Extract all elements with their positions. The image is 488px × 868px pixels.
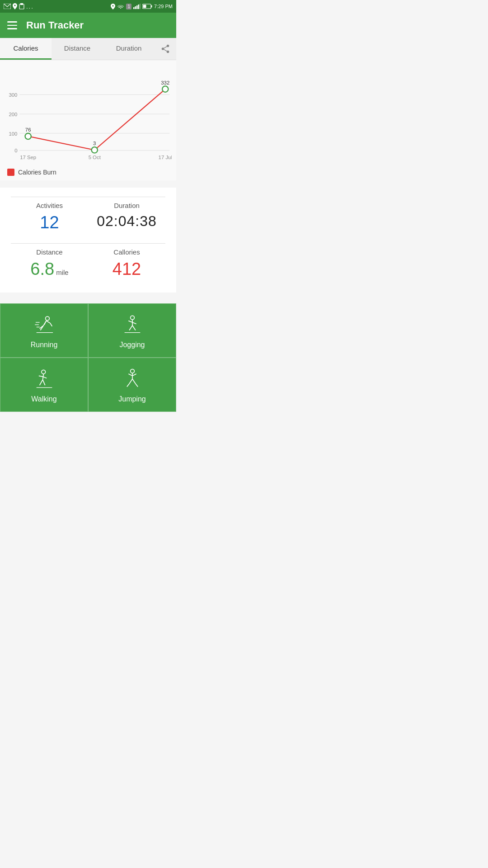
app-header: Run Tracker bbox=[0, 13, 176, 38]
status-bar: ... 1 7:29 PM bbox=[0, 0, 176, 13]
tab-duration[interactable]: Duration bbox=[103, 38, 155, 60]
svg-text:17 Sep: 17 Sep bbox=[20, 155, 36, 160]
svg-point-24 bbox=[25, 133, 31, 139]
svg-point-37 bbox=[41, 370, 45, 374]
legend-color-calories bbox=[7, 169, 14, 176]
duration-value: 02:04:38 bbox=[97, 213, 157, 230]
jumping-icon bbox=[121, 368, 144, 392]
svg-text:17 Jul: 17 Jul bbox=[159, 155, 172, 160]
nav-jumping[interactable]: Jumping bbox=[88, 358, 176, 412]
time-display: 7:29 PM bbox=[154, 4, 173, 9]
jogging-label: Jogging bbox=[119, 341, 145, 349]
svg-point-12 bbox=[162, 47, 164, 50]
svg-point-11 bbox=[167, 45, 169, 47]
duration-stat: Duration 02:04:38 bbox=[88, 197, 165, 232]
distance-value-row: 6.8 mile bbox=[30, 259, 68, 279]
stats-section: Activities 12 Duration 02:04:38 Distance… bbox=[0, 188, 176, 292]
svg-text:100: 100 bbox=[9, 131, 17, 137]
svg-line-14 bbox=[164, 49, 167, 51]
svg-rect-6 bbox=[138, 5, 140, 9]
svg-rect-10 bbox=[143, 5, 146, 8]
chart-point-label-2: 3 bbox=[93, 141, 96, 146]
sim-indicator: 1 bbox=[126, 4, 131, 9]
calories-chart: 0 100 200 300 76 3 332 17 Sep 5 Oct 17 J… bbox=[5, 65, 172, 163]
chart-container: 0 100 200 300 76 3 332 17 Sep 5 Oct 17 J… bbox=[0, 60, 176, 166]
svg-rect-9 bbox=[151, 5, 152, 8]
tab-bar: Calories Distance Duration bbox=[0, 38, 176, 60]
hamburger-menu[interactable] bbox=[7, 21, 17, 29]
bottom-nav: Running Jogging Walking Jumping bbox=[0, 303, 176, 412]
stats-grid: Activities 12 Duration 02:04:38 Distance… bbox=[11, 197, 165, 279]
svg-rect-2 bbox=[21, 4, 23, 5]
location-icon bbox=[13, 3, 17, 9]
svg-text:5 Oct: 5 Oct bbox=[89, 155, 101, 160]
share-icon bbox=[160, 44, 170, 54]
distance-unit: mile bbox=[56, 269, 69, 276]
tab-calories[interactable]: Calories bbox=[0, 38, 52, 60]
distance-label: Distance bbox=[36, 248, 62, 256]
svg-rect-4 bbox=[135, 6, 136, 9]
chart-point-label-3: 332 bbox=[161, 80, 169, 85]
jogging-icon bbox=[121, 314, 144, 337]
gps-icon bbox=[111, 4, 115, 9]
clipboard-icon bbox=[19, 3, 24, 9]
distance-value: 6.8 bbox=[30, 259, 54, 279]
chart-point-label-1: 76 bbox=[25, 127, 31, 132]
calories-label: Callories bbox=[113, 248, 140, 256]
svg-rect-5 bbox=[136, 5, 138, 9]
walking-label: Walking bbox=[31, 395, 56, 403]
calories-value: 412 bbox=[113, 259, 141, 279]
svg-point-39 bbox=[130, 369, 134, 373]
svg-text:200: 200 bbox=[9, 112, 17, 117]
activities-label: Activities bbox=[36, 202, 63, 209]
svg-line-15 bbox=[164, 47, 167, 48]
running-label: Running bbox=[31, 341, 58, 349]
distance-stat: Distance 6.8 mile bbox=[11, 243, 88, 279]
more-dots: ... bbox=[26, 3, 34, 10]
nav-walking[interactable]: Walking bbox=[0, 358, 88, 412]
walking-icon bbox=[33, 368, 56, 392]
legend-label-calories: Calories Burn bbox=[18, 169, 56, 176]
svg-point-26 bbox=[162, 86, 168, 92]
svg-point-13 bbox=[167, 51, 169, 53]
duration-label: Duration bbox=[114, 202, 140, 209]
status-icons-left: ... bbox=[4, 3, 34, 10]
share-button[interactable] bbox=[155, 44, 176, 54]
nav-jogging[interactable]: Jogging bbox=[88, 303, 176, 358]
chart-legend: Calories Burn bbox=[0, 166, 176, 180]
nav-running[interactable]: Running bbox=[0, 303, 88, 358]
svg-rect-3 bbox=[133, 7, 135, 9]
svg-text:300: 300 bbox=[9, 92, 17, 98]
svg-rect-7 bbox=[140, 4, 141, 9]
wifi-icon bbox=[117, 4, 124, 9]
app-title: Run Tracker bbox=[26, 19, 84, 31]
svg-text:0: 0 bbox=[14, 148, 17, 153]
activities-value: 12 bbox=[40, 213, 59, 232]
activities-stat: Activities 12 bbox=[11, 197, 88, 232]
status-icons-right: 1 7:29 PM bbox=[111, 4, 173, 9]
battery-icon bbox=[142, 4, 152, 9]
svg-point-25 bbox=[92, 147, 98, 153]
svg-point-35 bbox=[130, 316, 134, 320]
signal-icon bbox=[133, 4, 141, 9]
tab-distance[interactable]: Distance bbox=[52, 38, 103, 60]
calories-stat: Callories 412 bbox=[88, 243, 165, 279]
svg-point-30 bbox=[45, 316, 49, 321]
mail-icon bbox=[4, 4, 11, 9]
jumping-label: Jumping bbox=[118, 395, 145, 403]
running-icon bbox=[33, 314, 56, 337]
